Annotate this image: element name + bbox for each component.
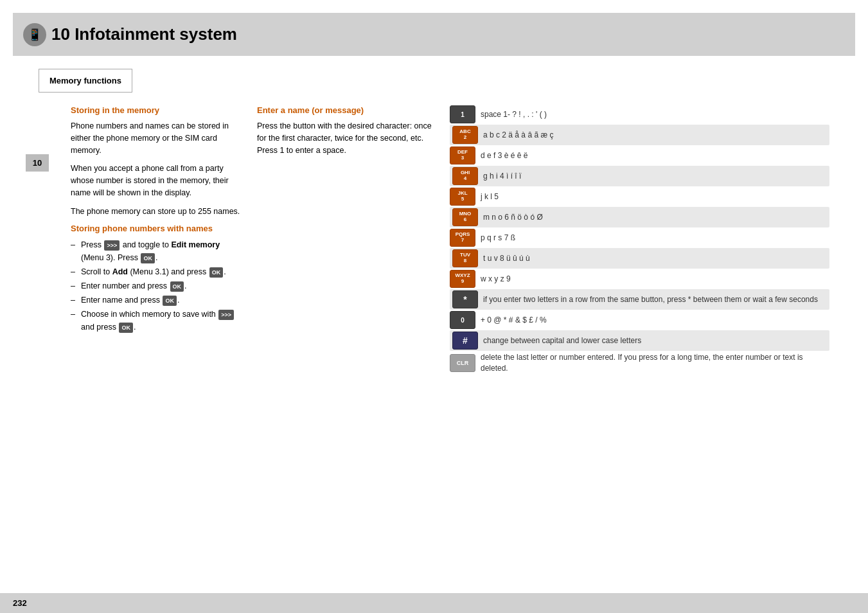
middle-column: Enter a name (or message) Press the butt… — [257, 105, 437, 374]
key-0: 0 — [450, 311, 475, 329]
key-mno6: MNO6 — [452, 208, 478, 226]
footer-bar: 232 — [0, 593, 868, 613]
enter-name-heading: Enter a name (or message) — [257, 105, 437, 115]
header-bar: 📱 10 Infotainment system — [13, 13, 855, 56]
desc-jkl5: j k l 5 — [481, 191, 499, 202]
desc-ghi4: g h i 4 ì í î ï — [483, 171, 521, 182]
char-row-hash: # change between capital and lower case … — [450, 330, 829, 351]
char-row-abc2: ABC2 a b c 2 ä å à â ã æ ç — [450, 125, 829, 145]
main-content: Storing in the memory Phone numbers and … — [39, 105, 829, 374]
content-area: Memory functions 10 Storing in the memor… — [13, 69, 855, 374]
left-column-inner: Storing in the memory Phone numbers and … — [39, 105, 244, 333]
char-row-star: * if you enter two letters in a row from… — [450, 289, 829, 310]
char-row-pqrs7: PQRS7 p q r s 7 ß — [450, 229, 829, 247]
char-row-wxyz9: WXYZ9 w x y z 9 — [450, 270, 829, 288]
btn-forward-2: >>> — [218, 310, 234, 320]
storing-in-memory-heading: Storing in the memory — [71, 105, 244, 115]
key-abc2: ABC2 — [452, 126, 478, 144]
storing-para-1: Phone numbers and names can be stored in… — [71, 120, 244, 156]
desc-hash: change between capital and lower case le… — [483, 335, 641, 346]
btn-ok-5: OK — [119, 323, 133, 333]
memory-functions-label: Memory functions — [39, 69, 132, 93]
page-number: 232 — [13, 598, 27, 608]
key-wxyz9: WXYZ9 — [450, 270, 475, 288]
key-clr: CLR — [450, 354, 475, 372]
key-star: * — [452, 290, 478, 308]
desc-abc2: a b c 2 ä å à â ã æ ç — [483, 130, 553, 141]
char-table: 1 space 1- ? ! , . : ' ( ) ABC2 a b c 2 … — [450, 105, 829, 374]
header-title: 10 Infotainment system — [51, 24, 237, 44]
key-tuv8: TUV8 — [452, 249, 478, 267]
desc-pqrs7: p q r s 7 ß — [481, 233, 515, 244]
desc-mno6: m n o 6 ñ ö ò ó Ø — [483, 212, 543, 223]
key-jkl5: JKL5 — [450, 188, 475, 206]
chapter-tab: 10 — [26, 154, 49, 172]
desc-def3: d e f 3 è é ê ë — [481, 150, 527, 161]
desc-clr: delete the last letter or number entered… — [481, 352, 829, 374]
char-row-mno6: MNO6 m n o 6 ñ ö ò ó Ø — [450, 207, 829, 227]
right-column: 1 space 1- ? ! , . : ' ( ) ABC2 a b c 2 … — [450, 105, 829, 374]
char-row-clr: CLR delete the last letter or number ent… — [450, 352, 829, 374]
desc-tuv8: t u v 8 ü û ú ù — [483, 253, 530, 264]
storing-with-names-heading: Storing phone numbers with names — [71, 224, 244, 233]
char-row-def3: DEF3 d e f 3 è é ê ë — [450, 147, 829, 164]
storing-para-3: The phone memory can store up to 255 nam… — [71, 206, 244, 218]
step-1: Press >>> and toggle to Edit memory (Men… — [71, 238, 244, 264]
key-1: 1 — [450, 105, 475, 123]
storing-para-2: When you accept a phone call from a part… — [71, 163, 244, 199]
enter-name-text: Press the button with the desired charac… — [257, 120, 437, 156]
key-pqrs7: PQRS7 — [450, 229, 475, 247]
step-5: Choose in which memory to save with >>> … — [71, 308, 244, 333]
desc-star: if you enter two letters in a row from t… — [483, 294, 818, 305]
char-row-ghi4: GHI4 g h i 4 ì í î ï — [450, 166, 829, 186]
char-row-jkl5: JKL5 j k l 5 — [450, 188, 829, 206]
key-def3: DEF3 — [450, 147, 475, 164]
page-wrapper: 📱 10 Infotainment system Memory function… — [0, 0, 868, 613]
step-2: Scroll to Add (Menu 3.1) and press OK. — [71, 265, 244, 278]
char-row-space: 1 space 1- ? ! , . : ' ( ) — [450, 105, 829, 123]
key-ghi4: GHI4 — [452, 167, 478, 185]
char-row-0: 0 + 0 @ * # & $ £ / % — [450, 311, 829, 329]
btn-ok-2: OK — [209, 267, 224, 278]
btn-forward-1: >>> — [104, 240, 120, 251]
desc-wxyz9: w x y z 9 — [481, 274, 511, 285]
key-hash: # — [452, 332, 478, 350]
char-row-tuv8: TUV8 t u v 8 ü û ú ù — [450, 248, 829, 269]
chapter-icon: 📱 — [23, 23, 46, 46]
desc-space: space 1- ? ! , . : ' ( ) — [481, 109, 547, 120]
left-column: Storing in the memory Phone numbers and … — [39, 105, 244, 374]
desc-0: + 0 @ * # & $ £ / % — [481, 315, 547, 326]
btn-ok-3: OK — [170, 281, 184, 292]
step-4: Enter name and press OK. — [71, 294, 244, 306]
btn-ok-4: OK — [163, 296, 177, 306]
storing-steps-list: Press >>> and toggle to Edit memory (Men… — [71, 238, 244, 333]
step-3: Enter number and press OK. — [71, 280, 244, 292]
btn-ok-1: OK — [141, 253, 155, 263]
